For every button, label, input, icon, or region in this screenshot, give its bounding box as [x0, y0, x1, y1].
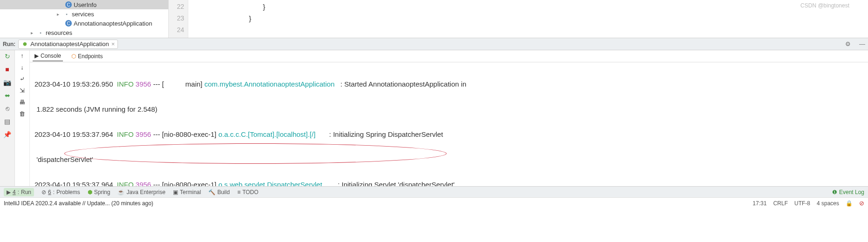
bottom-toolbar: ▶ 4: Run ⊘ 6: Problems ⬢ Spring ☕ Java E…: [0, 186, 868, 197]
tab-console[interactable]: ▶ Console: [33, 51, 63, 61]
chevron-right-icon: ▸: [31, 30, 35, 35]
tree-label: services: [72, 11, 94, 18]
console-output[interactable]: 2023-04-10 19:53:26.950 INFO 3956 --- [ …: [30, 62, 868, 186]
chevron-right-icon: ▸: [57, 12, 62, 17]
tab-label: Console: [41, 53, 61, 59]
toolwindow-build[interactable]: 🔨 Build: [208, 189, 230, 195]
log-line: 2023-04-10 19:53:26.950 INFO 3956 --- [ …: [34, 78, 863, 90]
tree-label: UserInfo: [74, 1, 96, 8]
console-tabs: ▶ Console ⬡ Endpoints: [30, 50, 868, 62]
toolwindow-todo[interactable]: ≡ TODO: [237, 189, 258, 195]
log-line: 2023-04-10 19:53:37.964 INFO 3956 --- [n…: [34, 128, 863, 141]
spring-boot-icon: ⬢: [21, 41, 28, 47]
code-line: }: [188, 1, 868, 13]
tree-item-services[interactable]: ▸ ▪ services: [0, 9, 168, 19]
console-vertical-toolbar: ↑ ↓ ⤶ ⇲ 🖶 🗑: [15, 50, 30, 186]
toolwindow-run[interactable]: ▶ 4: Run: [4, 188, 34, 196]
code-line: }: [188, 13, 868, 24]
down-icon[interactable]: ↓: [21, 64, 24, 71]
toolwindow-problems[interactable]: ⊘ 6: Problems: [41, 189, 80, 195]
folder-icon: ▪: [37, 29, 44, 36]
run-vertical-toolbar: ↻ ■ 📷 ⬌ ⎋ ▤ 📌: [0, 50, 15, 186]
class-icon: C: [65, 1, 72, 8]
update-notification[interactable]: IntelliJ IDEA 2020.2.4 available // Upda…: [4, 200, 153, 207]
debug-icon[interactable]: ⬌: [3, 91, 12, 100]
gear-icon[interactable]: ⚙: [842, 40, 854, 47]
run-config-tab[interactable]: ⬢ AnnotationaoptestApplication ×: [18, 40, 118, 49]
tree-item-resources[interactable]: ▸ ▪ resources: [0, 28, 168, 37]
toolwindow-javaee[interactable]: ☕ Java Enterprise: [117, 189, 165, 195]
project-tree[interactable]: C UserInfo ▸ ▪ services C Annotationaopt…: [0, 0, 169, 38]
toolwindow-spring[interactable]: ⬢ Spring: [88, 189, 110, 195]
print-icon[interactable]: 🖶: [19, 99, 25, 106]
line-separator[interactable]: CRLF: [773, 200, 788, 207]
log-line: 2023-04-10 19:53:37.964 INFO 3956 --- [n…: [34, 178, 863, 186]
tab-label: Endpoints: [78, 53, 103, 60]
clear-icon[interactable]: 🗑: [19, 110, 25, 117]
status-bar: IntelliJ IDEA 2020.2.4 available // Upda…: [0, 197, 868, 208]
log-line: 'dispatcherServlet': [34, 153, 863, 166]
toolwindow-terminal[interactable]: ▣ Terminal: [173, 189, 201, 195]
tree-item-userinfo[interactable]: C UserInfo: [0, 0, 168, 9]
editor-gutter: 22 23 24: [169, 0, 188, 38]
layout-icon[interactable]: ▤: [3, 117, 12, 126]
encoding[interactable]: UTF-8: [794, 200, 810, 207]
camera-icon[interactable]: 📷: [3, 78, 12, 87]
class-icon: C: [65, 20, 72, 27]
folder-icon: ▪: [63, 11, 70, 17]
tree-item-app[interactable]: C AnnotationaoptestApplication: [0, 19, 168, 28]
indent[interactable]: 4 spaces: [817, 200, 839, 207]
scroll-icon[interactable]: ⇲: [20, 87, 25, 94]
tree-label: AnnotationaoptestApplication: [74, 20, 152, 27]
error-icon[interactable]: ⊘: [859, 200, 864, 207]
up-icon[interactable]: ↑: [21, 52, 24, 59]
code-editor[interactable]: } } CSDN @bingtonest: [188, 0, 868, 38]
soft-wrap-icon[interactable]: ⤶: [20, 75, 25, 82]
console-icon: ▶: [34, 53, 39, 59]
exit-icon[interactable]: ⎋: [3, 104, 12, 113]
minimize-icon[interactable]: —: [856, 40, 868, 47]
run-label: Run:: [3, 41, 15, 47]
lock-icon[interactable]: 🔒: [846, 200, 853, 207]
rerun-icon[interactable]: ↻: [3, 52, 12, 60]
close-icon[interactable]: ×: [111, 40, 115, 47]
stop-icon[interactable]: ■: [3, 65, 12, 74]
pin-icon[interactable]: 📌: [3, 130, 12, 139]
log-line: 1.822 seconds (JVM running for 2.548): [34, 103, 863, 115]
tree-label: resources: [46, 29, 72, 36]
event-log-button[interactable]: ❶ Event Log: [832, 189, 864, 195]
clock: 17:31: [753, 200, 767, 207]
run-tab-label: AnnotationaoptestApplication: [30, 40, 109, 47]
tab-endpoints[interactable]: ⬡ Endpoints: [69, 52, 104, 61]
run-toolwindow-header: Run: ⬢ AnnotationaoptestApplication × ⚙ …: [0, 38, 868, 50]
endpoints-icon: ⬡: [71, 53, 76, 60]
